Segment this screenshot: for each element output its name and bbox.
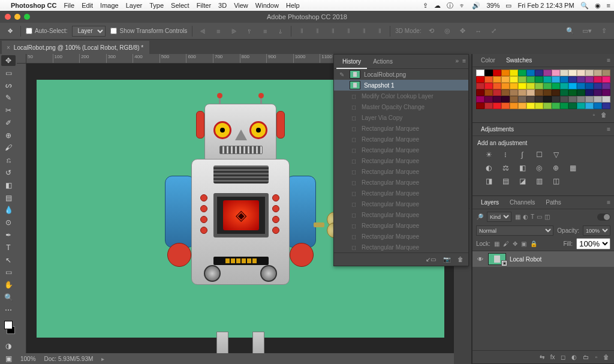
new-fill-adjustment-icon[interactable]: ◐ [571, 354, 577, 360]
blur-tool[interactable]: 💧 [1, 205, 16, 216]
layer-row[interactable]: 👁 ▣ Local Robot [472, 251, 614, 267]
color-swatch[interactable] [543, 76, 552, 83]
layers-tab[interactable]: Layers [476, 196, 504, 209]
history-step[interactable]: ⬚Rectangular Marquee [334, 145, 468, 155]
color-swatch[interactable] [535, 96, 543, 103]
wifi-icon[interactable]: ᯤ [459, 2, 466, 9]
color-swatch[interactable] [602, 76, 610, 83]
color-tab[interactable]: Color [476, 54, 500, 67]
color-swatch[interactable] [510, 96, 518, 103]
menu-filter[interactable]: Filter [197, 2, 211, 9]
color-swatch[interactable] [543, 96, 552, 103]
history-step[interactable]: ⬚Master Opacity Change [334, 101, 468, 112]
color-swatch[interactable] [568, 70, 577, 76]
siri-icon[interactable]: ◉ [595, 2, 601, 10]
color-swatch[interactable] [552, 83, 560, 89]
history-step[interactable]: ⬚Modify Color Lookup Layer [334, 91, 468, 101]
color-swatch[interactable] [568, 76, 577, 83]
menu-type[interactable]: Type [149, 2, 164, 9]
distribute-2-icon[interactable]: ⫴ [312, 26, 323, 37]
history-step[interactable]: ⬚Rectangular Marquee [334, 155, 468, 166]
color-swatch[interactable] [577, 76, 585, 83]
actions-tab[interactable]: Actions [367, 55, 399, 68]
fill-dropdown[interactable]: 100% [576, 238, 610, 249]
color-swatch[interactable] [560, 96, 568, 103]
screen-mode-tool[interactable]: ▣ [1, 353, 16, 364]
menu-edit[interactable]: Edit [82, 2, 93, 9]
quick-mask-tool[interactable]: ◑ [1, 341, 16, 351]
history-step[interactable]: ⬚Rectangular Marquee [334, 188, 468, 198]
photo-filter-icon[interactable]: ◎ [534, 163, 544, 173]
color-swatch[interactable] [543, 103, 552, 109]
menu-image[interactable]: Image [100, 2, 119, 9]
sync-icon[interactable]: ☁ [434, 2, 441, 10]
history-step[interactable]: ⬚Rectangular Marquee [334, 231, 468, 242]
gradient-map-icon[interactable]: ▥ [534, 176, 544, 186]
history-step[interactable]: ⬚Rectangular Marquee [334, 242, 468, 252]
align-left-icon[interactable]: ⫷ [197, 26, 208, 37]
spotlight-icon[interactable]: 🔍 [580, 2, 589, 10]
eraser-tool[interactable]: ◧ [1, 180, 16, 191]
blend-mode-dropdown[interactable]: Normal [476, 225, 553, 236]
color-swatch[interactable] [577, 89, 585, 96]
kind-filter-dropdown[interactable]: Kind [487, 212, 511, 222]
history-step[interactable]: ⬚Rectangular Marquee [334, 134, 468, 145]
color-swatch[interactable] [594, 76, 602, 83]
color-swatch[interactable] [602, 89, 610, 96]
new-group-icon[interactable]: 🗀 [583, 354, 589, 360]
color-swatch[interactable] [552, 103, 560, 109]
color-swatch[interactable] [535, 83, 543, 89]
crop-tool[interactable]: ✂ [1, 105, 16, 116]
quick-select-tool[interactable]: ✎ [1, 92, 16, 103]
layer-mask-icon[interactable]: ◻ [561, 354, 565, 360]
color-swatch[interactable] [585, 96, 594, 103]
history-tab[interactable]: History [336, 55, 367, 68]
distribute-6-icon[interactable]: ⫴ [374, 26, 385, 37]
color-swatch[interactable] [560, 83, 568, 89]
color-swatch[interactable] [476, 76, 484, 83]
clock[interactable]: Fri Feb 2 12:43 PM [517, 2, 574, 9]
color-swatch[interactable] [535, 89, 543, 96]
color-swatch[interactable] [510, 89, 518, 96]
delete-swatch-icon[interactable]: 🗑 [601, 112, 607, 118]
workspace-icon[interactable]: ▭▾ [582, 26, 592, 37]
color-balance-icon[interactable]: ⚖ [500, 163, 511, 173]
filter-type-icon[interactable]: T [531, 213, 534, 220]
posterize-icon[interactable]: ▤ [500, 176, 511, 186]
volume-icon[interactable]: 🔊 [472, 2, 480, 10]
layer-style-icon[interactable]: fx [550, 354, 555, 360]
color-swatch[interactable] [501, 70, 510, 76]
color-swatch[interactable] [493, 89, 501, 96]
3d-roll-icon[interactable]: ◎ [442, 26, 453, 37]
dodge-tool[interactable]: ⊙ [1, 217, 16, 228]
filter-pixel-icon[interactable]: ▦ [515, 213, 520, 220]
menu-select[interactable]: Select [171, 2, 189, 9]
zoom-level[interactable]: 100% [20, 356, 36, 362]
color-swatch[interactable] [510, 76, 518, 83]
clone-tool[interactable]: ⎌ [1, 155, 16, 166]
color-swatch[interactable] [518, 89, 526, 96]
gradient-tool[interactable]: ▤ [1, 192, 16, 203]
new-doc-from-state-icon[interactable]: ↙▭ [426, 256, 436, 263]
history-step[interactable]: ⬚Layer Via Copy [334, 112, 468, 123]
color-swatch[interactable] [526, 89, 535, 96]
color-swatch[interactable] [543, 83, 552, 89]
bw-icon[interactable]: ◧ [517, 163, 528, 173]
color-swatch[interactable] [560, 70, 568, 76]
color-swatch[interactable] [543, 70, 552, 76]
color-swatch[interactable] [585, 103, 594, 109]
delete-state-icon[interactable]: 🗑 [458, 256, 463, 263]
color-swatch[interactable] [518, 76, 526, 83]
color-lookup-icon[interactable]: ▦ [567, 163, 578, 173]
history-step[interactable]: ⬚Rectangular Marquee [334, 220, 468, 231]
color-swatch[interactable] [552, 89, 560, 96]
color-swatch[interactable] [552, 96, 560, 103]
dropbox-icon[interactable]: ⇪ [423, 2, 428, 10]
filter-shape-icon[interactable]: ▭ [537, 213, 542, 220]
color-swatch[interactable] [602, 96, 610, 103]
layer-name[interactable]: Local Robot [510, 256, 541, 263]
pen-tool[interactable]: ✒ [1, 230, 16, 240]
shape-tool[interactable]: ▭ [1, 267, 16, 278]
3d-slide-icon[interactable]: ↔ [473, 26, 484, 37]
color-swatch[interactable] [501, 96, 510, 103]
